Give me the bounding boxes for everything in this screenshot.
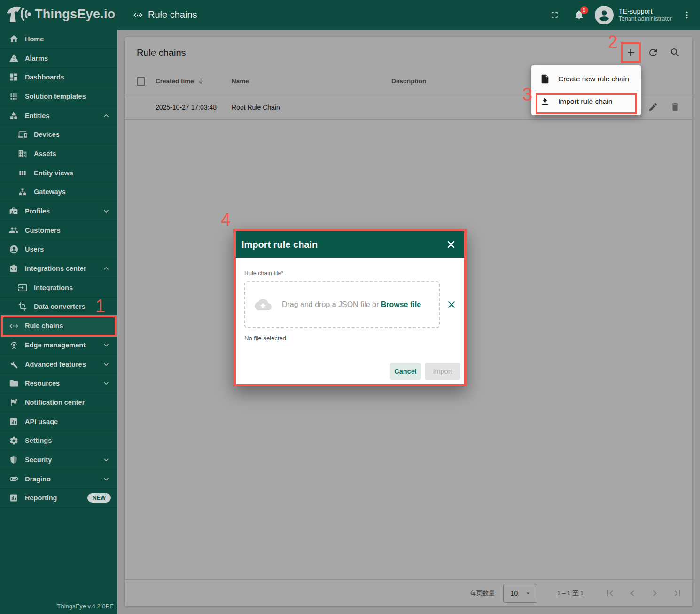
sidebar-item-rule-chains[interactable]: Rule chains xyxy=(0,316,117,336)
sidebar-item-reporting[interactable]: Reporting NEW xyxy=(0,489,117,508)
annotation-step2: 2 xyxy=(608,33,618,51)
brand-logo[interactable]: ThingsEye.io xyxy=(5,3,116,25)
rule-chain-icon xyxy=(8,321,19,331)
thingseye-logo-icon xyxy=(5,3,31,25)
sidebar-item-dashboards[interactable]: Dashboards xyxy=(0,68,117,87)
import-button[interactable]: Import xyxy=(425,363,460,380)
sidebar-item-profiles[interactable]: Profiles xyxy=(0,202,117,221)
rule-chain-icon xyxy=(133,10,143,20)
chevron-down-icon xyxy=(101,340,111,350)
sidebar-item-devices[interactable]: Devices xyxy=(0,125,117,144)
sidebar-item-assets[interactable]: Assets xyxy=(0,144,117,164)
clear-file-icon[interactable] xyxy=(446,299,457,310)
sidebar-item-home[interactable]: Home xyxy=(0,30,117,49)
devices-icon xyxy=(17,129,28,140)
notification-badge: 1 xyxy=(580,6,588,14)
network-tree-icon xyxy=(17,187,28,197)
dialog-body: Rule chain file* Drag and drop a JSON fi… xyxy=(236,258,464,342)
page-title: Rule chains xyxy=(148,9,197,20)
gear-icon xyxy=(8,435,19,446)
sidebar-item-users[interactable]: Users xyxy=(0,240,117,260)
menu-item-create-new-rule-chain[interactable]: Create new rule chain xyxy=(531,68,641,90)
shield-icon xyxy=(8,455,19,465)
sidebar-item-gateways[interactable]: Gateways xyxy=(0,183,117,202)
user-name: TE-support xyxy=(619,7,672,16)
sidebar-item-entities[interactable]: Entities xyxy=(0,106,117,126)
dialog-footer: Cancel Import xyxy=(390,363,460,380)
sidebar-item-security[interactable]: Security xyxy=(0,450,117,470)
sidebar-item-entity-views[interactable]: Entity views xyxy=(0,164,117,183)
sidebar-item-customers[interactable]: Customers xyxy=(0,221,117,240)
sidebar-item-integrations[interactable]: Integrations xyxy=(0,278,117,298)
fullscreen-button[interactable] xyxy=(550,10,560,20)
close-icon[interactable] xyxy=(446,239,456,250)
breadcrumb: Rule chains xyxy=(133,0,197,30)
building-icon xyxy=(17,149,28,159)
sidebar-item-edge-management[interactable]: Edge management xyxy=(0,336,117,355)
user-role: Tenant administrator xyxy=(619,16,672,23)
file-dropzone[interactable]: Drag and drop a JSON file or Browse file xyxy=(244,281,440,328)
sidebar-item-integrations-center[interactable]: Integrations center xyxy=(0,259,117,278)
new-badge: NEW xyxy=(87,493,111,503)
home-icon xyxy=(8,34,19,44)
cloud-upload-icon xyxy=(255,298,272,311)
chevron-down-icon xyxy=(101,206,111,216)
kebab-menu-icon[interactable] xyxy=(682,10,692,20)
transform-icon xyxy=(17,301,28,312)
columns-icon xyxy=(17,168,28,178)
browse-file-link[interactable]: Browse file xyxy=(381,300,421,308)
import-rule-chain-dialog: Import rule chain Rule chain file* Drag … xyxy=(233,229,467,386)
report-chart-icon xyxy=(8,493,19,503)
sidebar-item-api-usage[interactable]: API usage xyxy=(0,412,117,432)
sidebar-item-dragino[interactable]: Dragino xyxy=(0,470,117,489)
people-icon xyxy=(8,225,19,236)
user-info[interactable]: TE-support Tenant administrator xyxy=(619,7,672,23)
apps-grid-icon xyxy=(8,91,19,102)
file-field-label: Rule chain file* xyxy=(244,270,457,276)
dropzone-text: Drag and drop a JSON file or Browse file xyxy=(272,300,431,309)
app-window: ThingsEye.io Rule chains 1 T xyxy=(0,0,700,614)
warning-icon xyxy=(8,53,19,63)
flag-icon xyxy=(8,397,19,408)
app-version: ThingsEye v.4.2.0PE xyxy=(57,603,114,610)
avatar[interactable] xyxy=(595,6,614,24)
dashboards-icon xyxy=(8,72,19,82)
topbar-actions: 1 TE-support Tenant administrator xyxy=(550,0,692,30)
annotation-step1: 1 xyxy=(95,297,105,315)
shapes-icon xyxy=(8,110,19,121)
input-arrow-icon xyxy=(17,283,28,293)
add-dropdown-menu: Create new rule chain Import rule chain xyxy=(531,65,641,115)
chevron-up-icon xyxy=(101,264,111,273)
sidebar-item-settings[interactable]: Settings xyxy=(0,431,117,450)
new-file-icon xyxy=(540,74,550,84)
chevron-down-icon xyxy=(101,455,111,464)
top-bar: ThingsEye.io Rule chains 1 T xyxy=(0,0,700,30)
bar-chart-box-icon xyxy=(8,417,19,427)
no-file-text: No file selected xyxy=(244,335,457,342)
sidebar-item-alarms[interactable]: Alarms xyxy=(0,49,117,68)
annotation-step3: 3 xyxy=(522,86,532,103)
sidebar-item-advanced-features[interactable]: Advanced features xyxy=(0,355,117,374)
sidebar-item-notification-center[interactable]: Notification center xyxy=(0,393,117,412)
notifications-button[interactable]: 1 xyxy=(574,9,584,20)
menu-item-import-rule-chain[interactable]: Import rule chain xyxy=(531,90,641,113)
annotation-step4: 4 xyxy=(221,211,231,228)
cancel-button[interactable]: Cancel xyxy=(390,363,421,380)
person-circle-icon xyxy=(8,244,19,254)
chevron-down-icon xyxy=(101,360,111,369)
sidebar-item-resources[interactable]: Resources xyxy=(0,374,117,393)
dialog-header: Import rule chain xyxy=(236,231,464,258)
dialog-title: Import rule chain xyxy=(241,239,318,250)
brand-name: ThingsEye.io xyxy=(35,7,116,22)
paperclip-icon xyxy=(8,474,19,484)
tools-icon xyxy=(8,359,19,370)
folder-icon xyxy=(8,378,19,388)
integrations-center-icon xyxy=(8,263,19,274)
chevron-up-icon xyxy=(101,111,111,120)
upload-icon xyxy=(540,96,550,107)
chevron-down-icon xyxy=(101,378,111,388)
antenna-icon xyxy=(8,340,19,350)
badge-icon xyxy=(8,206,19,216)
chevron-down-icon xyxy=(101,474,111,484)
sidebar-item-solution-templates[interactable]: Solution templates xyxy=(0,87,117,106)
